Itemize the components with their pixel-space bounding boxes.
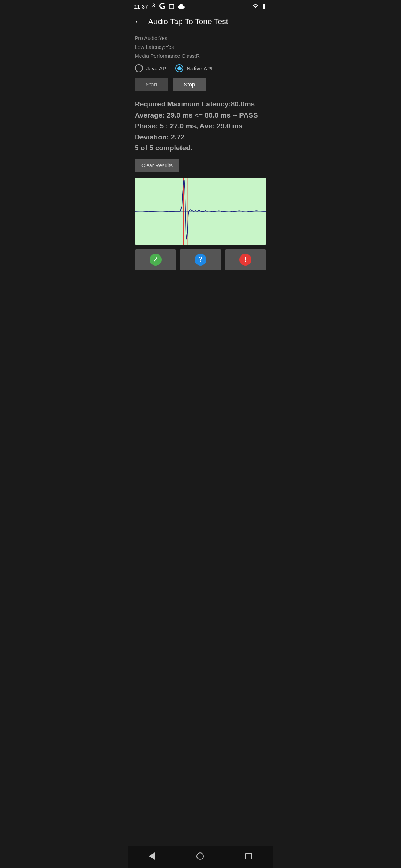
media-perf-info: Media Performance Class:R: [135, 52, 266, 61]
info-icon-button[interactable]: ?: [180, 249, 221, 270]
pro-audio-info: Pro Audio:Yes: [135, 34, 266, 43]
status-icons: [252, 3, 267, 10]
stop-button[interactable]: Stop: [173, 78, 206, 91]
device-info: Pro Audio:Yes Low Latency:Yes Media Perf…: [135, 34, 266, 60]
result-icon-buttons: ✓ ? !: [135, 249, 266, 270]
waveform-chart: [135, 178, 266, 245]
page-title: Audio Tap To Tone Test: [148, 17, 228, 26]
native-api-radio[interactable]: Native API: [175, 64, 212, 72]
result-line-3: Phase: 5 : 27.0 ms, Ave: 29.0 ms: [135, 121, 266, 131]
battery-icon: [261, 3, 267, 10]
api-radio-group: Java API Native API: [135, 64, 266, 72]
result-line-2: Average: 29.0 ms <= 80.0 ms -- PASS: [135, 110, 266, 121]
native-api-radio-circle: [175, 64, 183, 72]
calendar-icon: [168, 3, 175, 10]
checkmark-icon: ✓: [150, 254, 162, 266]
pass-icon-button[interactable]: ✓: [135, 249, 176, 270]
waveform-svg: [135, 178, 266, 245]
low-latency-info: Low Latency:Yes: [135, 43, 266, 52]
start-button[interactable]: Start: [135, 78, 168, 91]
control-buttons: Start Stop: [135, 78, 266, 91]
warning-icon-button[interactable]: !: [225, 249, 266, 270]
native-api-label: Native API: [186, 65, 212, 72]
results-block: Required Maximum Latency:80.0ms Average:…: [135, 99, 266, 153]
result-line-1: Required Maximum Latency:80.0ms: [135, 99, 266, 109]
google-icon: [159, 3, 166, 10]
cloud-icon: [177, 3, 185, 10]
result-line-4: Deviation: 2.72: [135, 132, 266, 142]
clear-results-button[interactable]: Clear Results: [135, 159, 179, 172]
fan-icon: [150, 3, 157, 10]
java-api-radio-circle: [135, 64, 143, 72]
java-api-label: Java API: [146, 65, 168, 72]
app-bar: ← Audio Tap To Tone Test: [128, 12, 273, 31]
question-icon: ?: [195, 254, 206, 266]
status-bar: 11:37: [128, 0, 273, 12]
native-api-radio-inner: [177, 66, 182, 70]
content-area: Pro Audio:Yes Low Latency:Yes Media Perf…: [128, 31, 273, 270]
exclamation-icon: !: [239, 254, 251, 266]
status-time: 11:37: [134, 3, 148, 10]
java-api-radio[interactable]: Java API: [135, 64, 168, 72]
back-button[interactable]: ←: [134, 17, 142, 26]
result-line-5: 5 of 5 completed.: [135, 142, 266, 153]
wifi-icon: [252, 3, 259, 9]
